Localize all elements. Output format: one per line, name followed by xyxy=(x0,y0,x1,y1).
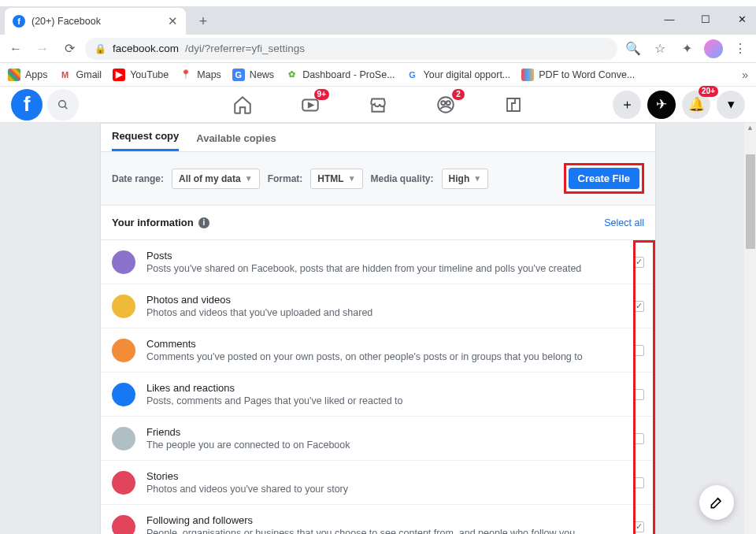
account-menu-button[interactable]: ▾ xyxy=(717,91,745,119)
dyi-card: Request copy Available copies Date range… xyxy=(100,123,656,534)
media-quality-label: Media quality: xyxy=(371,173,434,184)
date-range-select[interactable]: All of my data▼ xyxy=(172,169,260,189)
item-checkbox[interactable] xyxy=(633,389,644,400)
item-icon xyxy=(112,427,135,451)
tab-request-copy[interactable]: Request copy xyxy=(112,123,179,151)
item-icon xyxy=(112,515,135,535)
facebook-navbar: f 9+ 2 ＋ ✈ 🔔20+ ▾ xyxy=(0,87,756,123)
list-item[interactable]: FriendsThe people you are connected to o… xyxy=(101,417,655,461)
bookmark-news[interactable]: GNews xyxy=(232,69,274,81)
svg-point-4 xyxy=(441,101,445,105)
item-checkbox[interactable]: ✓ xyxy=(633,301,644,312)
item-checkbox[interactable]: ✓ xyxy=(633,257,644,268)
create-button[interactable]: ＋ xyxy=(613,91,641,119)
list-item[interactable]: StoriesPhotos and videos you've shared t… xyxy=(101,461,655,505)
tab-available-copies[interactable]: Available copies xyxy=(196,125,276,151)
svg-point-0 xyxy=(59,100,66,107)
compose-fab[interactable] xyxy=(699,485,734,520)
nav-home-icon[interactable] xyxy=(232,94,254,116)
address-bar[interactable]: 🔒 facebook.com/dyi/?referrer=yfi_setting… xyxy=(85,38,617,60)
bookmarks-bar: Apps MGmail ▶YouTube 📍Maps GNews ✿Dashbo… xyxy=(0,63,756,87)
window-close[interactable]: ✕ xyxy=(731,9,753,28)
scrollbar-thumb[interactable] xyxy=(746,154,755,249)
tab-title: (20+) Facebook xyxy=(32,16,161,27)
bookmark-pdf[interactable]: PDF to Word Conve... xyxy=(521,69,635,81)
new-tab-button[interactable]: + xyxy=(192,10,214,32)
window-maximize[interactable]: ☐ xyxy=(695,9,717,28)
close-tab-icon[interactable]: ✕ xyxy=(168,14,178,28)
bookmark-digital[interactable]: GYour digital opport... xyxy=(406,69,511,81)
item-description: People, organisations or business that y… xyxy=(146,527,575,534)
facebook-logo[interactable]: f xyxy=(11,89,43,121)
format-label: Format: xyxy=(268,173,303,184)
bookmark-maps[interactable]: 📍Maps xyxy=(180,69,221,81)
nav-marketplace-icon[interactable] xyxy=(367,94,389,116)
chevron-down-icon: ▼ xyxy=(473,174,481,183)
nav-reload-button[interactable]: ⟳ xyxy=(58,38,80,60)
format-select[interactable]: HTML▼ xyxy=(310,169,362,189)
facebook-favicon: f xyxy=(13,15,25,28)
notifications-button[interactable]: 🔔20+ xyxy=(682,91,710,119)
nav-gaming-icon[interactable] xyxy=(502,94,524,116)
nav-watch-icon[interactable]: 9+ xyxy=(299,94,321,116)
item-title: Stories xyxy=(146,469,348,483)
bookmarks-overflow-icon[interactable]: » xyxy=(742,69,748,81)
zoom-icon[interactable]: 🔍 xyxy=(622,38,644,60)
info-icon[interactable]: i xyxy=(198,217,209,228)
list-item[interactable]: Following and followersPeople, organisat… xyxy=(101,505,655,534)
extensions-icon[interactable]: ✦ xyxy=(676,38,698,60)
item-description: Posts, comments and Pages that you've li… xyxy=(146,395,402,407)
nav-forward-button[interactable]: → xyxy=(32,38,54,60)
item-description: Posts you've shared on Facebook, posts t… xyxy=(146,262,581,275)
item-title: Friends xyxy=(146,425,350,439)
item-title: Posts xyxy=(146,249,581,262)
facebook-search-button[interactable] xyxy=(47,89,79,121)
item-checkbox[interactable]: ✓ xyxy=(633,521,644,532)
item-title: Likes and reactions xyxy=(146,381,402,395)
list-item[interactable]: Likes and reactionsPosts, comments and P… xyxy=(101,373,655,417)
chevron-down-icon: ▼ xyxy=(245,174,253,183)
media-quality-select[interactable]: High▼ xyxy=(442,169,489,189)
item-description: The people you are connected to on Faceb… xyxy=(146,439,350,451)
item-title: Comments xyxy=(146,337,583,350)
list-item[interactable]: Photos and videosPhotos and videos that … xyxy=(101,284,655,328)
your-information-header: Your informationi Select all xyxy=(101,206,655,239)
edit-icon xyxy=(709,495,724,510)
bookmark-gmail[interactable]: MGmail xyxy=(59,69,102,81)
svg-point-5 xyxy=(447,101,450,105)
item-title: Photos and videos xyxy=(146,293,372,306)
item-checkbox[interactable] xyxy=(633,433,644,444)
item-icon xyxy=(112,471,135,495)
nav-back-button[interactable]: ← xyxy=(5,38,27,60)
bookmark-star-icon[interactable]: ☆ xyxy=(649,38,671,60)
bookmark-youtube[interactable]: ▶YouTube xyxy=(113,69,169,81)
messenger-button[interactable]: ✈ xyxy=(647,91,676,119)
window-minimize[interactable]: — xyxy=(658,9,680,28)
create-file-button[interactable]: Create File xyxy=(569,168,639,189)
date-range-label: Date range: xyxy=(112,173,164,184)
nav-groups-icon[interactable]: 2 xyxy=(435,94,457,116)
item-description: Photos and videos that you've uploaded a… xyxy=(146,306,372,319)
item-icon xyxy=(112,295,135,318)
bookmark-apps[interactable]: Apps xyxy=(8,69,48,81)
information-list: PostsPosts you've shared on Facebook, po… xyxy=(101,239,655,534)
profile-avatar[interactable] xyxy=(702,38,724,60)
item-title: Following and followers xyxy=(146,514,575,527)
url-path: /dyi/?referrer=yfi_settings xyxy=(185,43,305,54)
select-all-link[interactable]: Select all xyxy=(604,217,644,228)
list-item[interactable]: CommentsComments you've posted on your o… xyxy=(101,328,655,373)
chrome-menu-icon[interactable]: ⋮ xyxy=(729,38,751,60)
filter-row: Date range: All of my data▼ Format: HTML… xyxy=(101,152,655,206)
browser-toolbar: ← → ⟳ 🔒 facebook.com/dyi/?referrer=yfi_s… xyxy=(0,35,756,63)
bookmark-dashboard[interactable]: ✿Dashboard - ProSe... xyxy=(285,69,395,81)
browser-tabstrip: f (20+) Facebook ✕ + — ☐ ✕ xyxy=(0,6,756,35)
item-checkbox[interactable] xyxy=(633,477,644,488)
lock-icon: 🔒 xyxy=(94,43,106,54)
page-content: ▲ Request copy Available copies Date ran… xyxy=(0,123,756,534)
item-checkbox[interactable] xyxy=(633,345,644,356)
list-item[interactable]: PostsPosts you've shared on Facebook, po… xyxy=(101,240,655,284)
search-icon xyxy=(57,98,69,111)
browser-tab[interactable]: f (20+) Facebook ✕ xyxy=(5,8,186,35)
item-description: Photos and videos you've shared to your … xyxy=(146,483,348,495)
page-scrollbar[interactable]: ▲ xyxy=(744,123,756,534)
